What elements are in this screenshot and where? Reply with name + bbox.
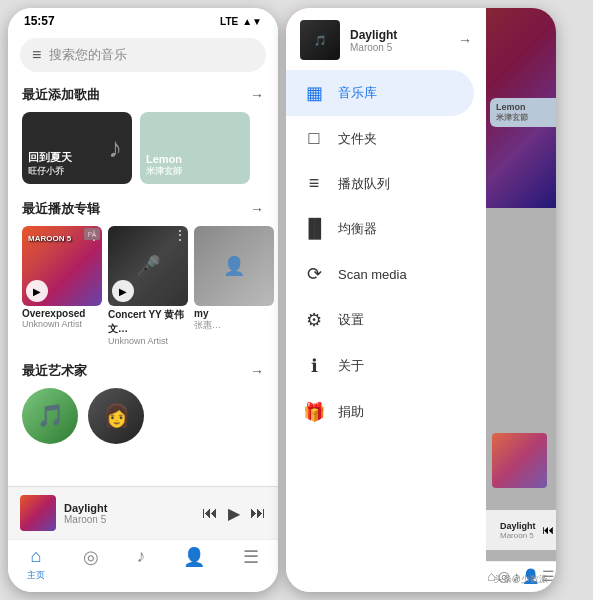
time-left: 15:57 — [24, 14, 55, 28]
song-card-1-text: Lemon 米津玄師 — [146, 153, 182, 178]
more-btn-1[interactable]: ⋮ — [174, 228, 186, 242]
section-recent-artists-header: 最近艺术家 → — [8, 354, 278, 384]
now-playing-bar: Daylight Maroon 5 ⏮ ▶ ⏭ — [8, 486, 278, 539]
play-pause-button[interactable]: ▶ — [228, 504, 240, 523]
album-artist-2: 张惠… — [194, 319, 274, 332]
bottom-nav: ⌂ 主页 ◎ ♪ 👤 ☰ — [8, 539, 278, 592]
drawer-item-eq[interactable]: ▐▌ 均衡器 — [286, 206, 486, 251]
donate-icon: 🎁 — [302, 401, 326, 423]
peek-prev-btn[interactable]: ⏮ — [542, 523, 554, 537]
drawer-header: 🎵 Daylight Maroon 5 → — [286, 8, 486, 70]
album-title-2: my — [194, 308, 274, 319]
section-recent-songs-title: 最近添加歌曲 — [22, 86, 100, 104]
drawer-backdrop[interactable]: Lemon 米津玄節 Daylight Maroon 5 ⏮ ▶ — [486, 8, 556, 592]
song-card-0-artist: 旺仔小乔 — [28, 165, 72, 178]
drawer-song-title: Daylight — [350, 28, 397, 42]
next-button[interactable]: ⏭ — [250, 504, 266, 522]
peek-song-title: Lemon — [496, 102, 550, 112]
drawer-thumb: 🎵 — [300, 20, 340, 60]
drawer-item-scan[interactable]: ⟳ Scan media — [286, 251, 486, 297]
drawer-song-artist: Maroon 5 — [350, 42, 397, 53]
play-icon-1[interactable]: ▶ — [112, 280, 134, 302]
section-recent-artists-arrow[interactable]: → — [250, 363, 264, 379]
peek-np-title: Daylight — [500, 521, 536, 531]
drawer-item-library[interactable]: ▦ 音乐库 — [286, 70, 474, 116]
section-recent-artists-title: 最近艺术家 — [22, 362, 87, 380]
right-phone: 15:57 LTE ▲▼ 🎵 Daylight Maroon 5 → ▦ 音乐库 — [286, 8, 556, 592]
nav-home[interactable]: ⌂ 主页 — [27, 546, 45, 582]
album-thumb-2: 👤 — [194, 226, 274, 306]
folder-icon: □ — [302, 128, 326, 149]
drawer-item-queue[interactable]: ≡ 播放队列 — [286, 161, 486, 206]
nav-artist[interactable]: 👤 — [183, 546, 205, 582]
song-card-0-text: 回到夏天 旺仔小乔 — [28, 150, 72, 178]
library-icon: ▦ — [302, 82, 326, 104]
home-icon: ⌂ — [30, 546, 41, 567]
album-title-0: Overexposed — [22, 308, 102, 319]
np-thumb — [20, 495, 56, 531]
search-placeholder: 搜索您的音乐 — [49, 46, 127, 64]
peek-np-info: Daylight Maroon 5 — [500, 521, 536, 540]
music-note-icon: ♪ — [108, 132, 122, 164]
artist-icon: 👤 — [183, 546, 205, 568]
music-icon: ♪ — [136, 546, 145, 567]
search-bar[interactable]: ≡ 搜索您的音乐 — [20, 38, 266, 72]
left-phone: 15:57 LTE ▲▼ ≡ 搜索您的音乐 最近添加歌曲 → 回到夏天 旺仔小乔… — [8, 8, 278, 592]
album-card-1[interactable]: ▶ ⋮ 🎤 Concert YY 黄伟文… Unknown Artist — [108, 226, 188, 346]
np-info: Daylight Maroon 5 — [64, 502, 194, 525]
song-card-0-title: 回到夏天 — [28, 150, 72, 165]
drawer-item-settings-label: 设置 — [338, 311, 364, 329]
eq-icon: ▐▌ — [302, 218, 326, 239]
peek-np-artist: Maroon 5 — [500, 531, 536, 540]
section-recent-albums-arrow[interactable]: → — [250, 201, 264, 217]
settings-icon: ⚙ — [302, 309, 326, 331]
about-icon: ℹ — [302, 355, 326, 377]
signal-icon: ▲▼ — [242, 16, 262, 27]
drawer-arrow-icon[interactable]: → — [458, 32, 472, 48]
song-card-0[interactable]: 回到夏天 旺仔小乔 ♪ — [22, 112, 132, 184]
artist-bubble-1[interactable]: 👩 — [88, 388, 144, 444]
drawer-item-donate[interactable]: 🎁 捐助 — [286, 389, 486, 435]
hamburger-icon[interactable]: ≡ — [32, 46, 41, 64]
drawer-item-settings[interactable]: ⚙ 设置 — [286, 297, 486, 343]
drawer-item-about[interactable]: ℹ 关于 — [286, 343, 486, 389]
album-card-0[interactable]: ▶ ⋮ MAROON 5 PA Overexposed Unknown Arti… — [22, 226, 102, 346]
recent-songs-list: 回到夏天 旺仔小乔 ♪ Lemon 米津玄師 — [8, 108, 278, 192]
section-recent-songs-arrow[interactable]: → — [250, 87, 264, 103]
np-controls: ⏮ ▶ ⏭ — [202, 504, 266, 523]
drawer-overlay: 🎵 Daylight Maroon 5 → ▦ 音乐库 □ 文件夹 ≡ 播放队列 — [286, 8, 556, 592]
status-icons-left: LTE ▲▼ — [220, 16, 262, 27]
song-card-1-title: Lemon — [146, 153, 182, 165]
albums-row: ▶ ⋮ MAROON 5 PA Overexposed Unknown Arti… — [8, 222, 278, 354]
section-recent-songs-header: 最近添加歌曲 → — [8, 78, 278, 108]
peek-np-controls: ⏮ ▶ ⏭ — [542, 523, 556, 537]
nav-home-label: 主页 — [27, 569, 45, 582]
discover-icon: ◎ — [83, 546, 99, 568]
section-recent-albums-title: 最近播放专辑 — [22, 200, 100, 218]
nav-discover[interactable]: ◎ — [83, 546, 99, 582]
play-icon-0[interactable]: ▶ — [26, 280, 48, 302]
lte-icon: LTE — [220, 16, 238, 27]
album-title-1: Concert YY 黄伟文… — [108, 308, 188, 336]
drawer-item-donate-label: 捐助 — [338, 403, 364, 421]
drawer-item-eq-label: 均衡器 — [338, 220, 377, 238]
np-artist: Maroon 5 — [64, 514, 194, 525]
drawer-item-folder-label: 文件夹 — [338, 130, 377, 148]
song-card-1[interactable]: Lemon 米津玄師 — [140, 112, 250, 184]
album-card-2[interactable]: 👤 my 张惠… — [194, 226, 274, 346]
peek-song-artist: 米津玄節 — [496, 112, 550, 123]
nav-music[interactable]: ♪ — [136, 546, 145, 582]
artist-bubble-0[interactable]: 🎵 — [22, 388, 78, 444]
drawer-now-playing-info: Daylight Maroon 5 — [350, 28, 397, 53]
more-nav-icon: ☰ — [243, 546, 259, 568]
nav-more[interactable]: ☰ — [243, 546, 259, 582]
np-title: Daylight — [64, 502, 194, 514]
album-thumb-0: ▶ ⋮ MAROON 5 PA — [22, 226, 102, 306]
drawer-item-queue-label: 播放队列 — [338, 175, 390, 193]
album-thumb-1: ▶ ⋮ 🎤 — [108, 226, 188, 306]
album-artist-1: Unknown Artist — [108, 336, 188, 346]
drawer-item-folder[interactable]: □ 文件夹 — [286, 116, 486, 161]
drawer-panel: 🎵 Daylight Maroon 5 → ▦ 音乐库 □ 文件夹 ≡ 播放队列 — [286, 8, 486, 592]
prev-button[interactable]: ⏮ — [202, 504, 218, 522]
album-artist-0: Unknown Artist — [22, 319, 102, 329]
